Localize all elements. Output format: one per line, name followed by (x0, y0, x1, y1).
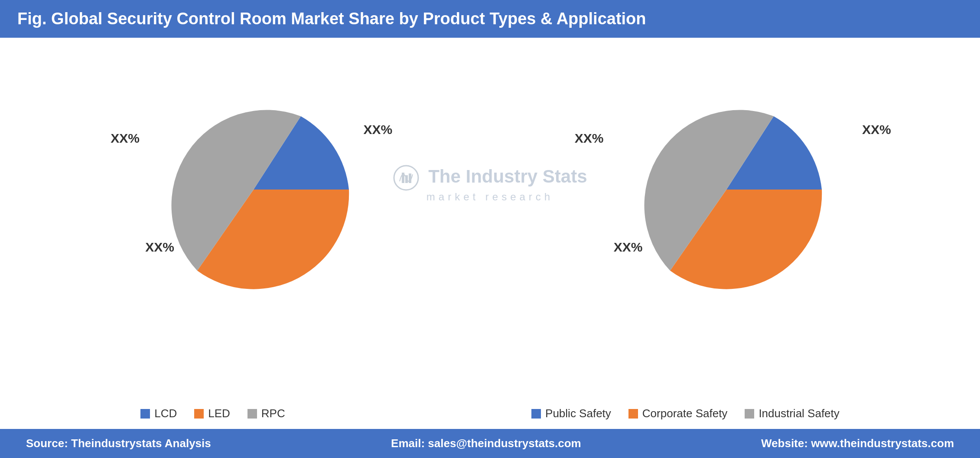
chart2-label-blue: XX% (862, 122, 891, 137)
legend-label-public-safety: Public Safety (545, 407, 611, 420)
footer-website: Website: www.theindustrystats.com (761, 437, 954, 450)
chart1-container: XX% XX% XX% (59, 55, 449, 324)
charts-row: The Industry Stats market research XX% X (17, 46, 963, 333)
footer-email: Email: sales@theindustrystats.com (391, 437, 581, 450)
legend-label-lcd: LCD (154, 407, 177, 420)
legend-group-2: Public Safety Corporate Safety Industria… (531, 407, 840, 420)
legend-color-public-safety (531, 409, 541, 419)
legend-color-lcd (140, 409, 150, 419)
content-area: The Industry Stats market research XX% X (0, 38, 980, 429)
legend-item-led: LED (194, 407, 230, 420)
legend-color-led (194, 409, 204, 419)
chart2-label-gray: XX% (575, 131, 604, 146)
legend-color-corporate-safety (628, 409, 638, 419)
page-title: Fig. Global Security Control Room Market… (17, 10, 646, 28)
legend-color-industrial-safety (745, 409, 754, 419)
legend-row: LCD LED RPC Public Safety (17, 398, 963, 425)
legend-label-industrial-safety: Industrial Safety (759, 407, 839, 420)
legend-label-corporate-safety: Corporate Safety (642, 407, 728, 420)
page-layout: Fig. Global Security Control Room Market… (0, 0, 980, 458)
pie-chart-2 (614, 77, 839, 302)
chart1-label-blue: XX% (364, 122, 393, 137)
chart2-container: XX% XX% XX% (531, 55, 921, 324)
legend-label-rpc: RPC (261, 407, 285, 420)
header-bar: Fig. Global Security Control Room Market… (0, 0, 980, 38)
legend-color-rpc (247, 409, 257, 419)
legend-item-rpc: RPC (247, 407, 285, 420)
chart1-label-gray: XX% (111, 131, 140, 146)
chart1-label-orange: XX% (145, 240, 174, 255)
footer-source: Source: Theindustrystats Analysis (26, 437, 211, 450)
legend-label-led: LED (208, 407, 230, 420)
legend-item-lcd: LCD (140, 407, 177, 420)
legend-item-corporate-safety: Corporate Safety (628, 407, 728, 420)
chart2-label-orange: XX% (614, 240, 643, 255)
legend-item-industrial-safety: Industrial Safety (745, 407, 839, 420)
legend-item-public-safety: Public Safety (531, 407, 611, 420)
pie-chart-1 (141, 77, 366, 302)
legend-group-1: LCD LED RPC (140, 407, 285, 420)
footer-bar: Source: Theindustrystats Analysis Email:… (0, 429, 980, 458)
